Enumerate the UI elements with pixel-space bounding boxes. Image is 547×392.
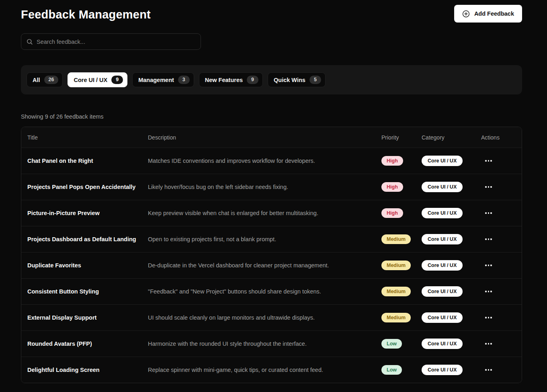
feedback-description: Replace spinner with mini-game, quick ti… (148, 367, 381, 373)
feedback-description: Likely hover/focus bug on the left sideb… (148, 184, 381, 190)
ellipsis-icon (485, 238, 487, 240)
feedback-description: Matches IDE conventions and improves wor… (148, 158, 381, 164)
priority-badge: High (381, 208, 403, 218)
filter-tab-count: 9 (247, 76, 258, 84)
page-header: Feedback Management Add Feedback (21, 5, 522, 23)
ellipsis-icon (485, 343, 487, 345)
row-actions-button[interactable] (483, 287, 494, 296)
table-body: Chat Panel on the Right Matches IDE conv… (21, 148, 522, 383)
filter-tab-core-ui-ux[interactable]: Core UI / UX 9 (68, 72, 127, 87)
feedback-title: Projects Panel Pops Open Accidentally (27, 184, 148, 190)
row-actions-button[interactable] (483, 314, 494, 322)
category-pill: Core UI / UX (422, 208, 463, 219)
search-icon (26, 38, 33, 45)
ellipsis-icon (485, 317, 487, 318)
filter-tab-label: Core UI / UX (74, 77, 107, 83)
row-actions-button[interactable] (483, 209, 494, 217)
feedback-description: Harmonize with the rounded UI style thro… (148, 341, 381, 347)
priority-badge: Medium (381, 261, 411, 271)
filter-tab-label: New Features (205, 77, 243, 83)
table-row: External Display Support UI should scale… (21, 304, 522, 330)
table-row: Rounded Avatars (PFP) Harmonize with the… (21, 330, 522, 357)
feedback-title: Delightful Loading Screen (27, 367, 148, 373)
feedback-management-page: Feedback Management Add Feedback All 26 (0, 0, 547, 392)
priority-badge: Low (381, 365, 402, 375)
filter-tab-count: 9 (111, 76, 123, 84)
row-actions-button[interactable] (483, 340, 494, 348)
ellipsis-icon (485, 160, 487, 162)
feedback-title: Chat Panel on the Right (27, 158, 148, 164)
row-actions-button[interactable] (483, 235, 494, 243)
filter-tab-management[interactable]: Management 3 (132, 72, 194, 87)
ellipsis-icon (485, 265, 487, 266)
filter-tab-quick-wins[interactable]: Quick Wins 5 (268, 72, 326, 87)
priority-badge: Low (381, 339, 402, 349)
row-actions-button[interactable] (483, 157, 494, 165)
table-row: Consistent Button Styling "Feedback" and… (21, 278, 522, 304)
ellipsis-icon (485, 212, 487, 214)
ellipsis-icon (485, 291, 487, 292)
filter-tab-count: 26 (44, 76, 59, 84)
page-title: Feedback Management (21, 5, 151, 21)
plus-circle-icon (462, 10, 470, 18)
category-pill: Core UI / UX (422, 286, 463, 297)
feedback-description: Keep preview visible when chat is enlarg… (148, 210, 381, 216)
table-row: Delightful Loading Screen Replace spinne… (21, 357, 522, 383)
table-row: Duplicate Favorites De-duplicate in the … (21, 252, 522, 278)
filter-tab-label: Management (138, 77, 174, 83)
feedback-title: Picture-in-Picture Preview (27, 210, 148, 216)
filter-tab-new-features[interactable]: New Features 9 (199, 72, 263, 87)
feedback-title: External Display Support (27, 314, 148, 321)
category-pill: Core UI / UX (422, 260, 463, 271)
add-feedback-button[interactable]: Add Feedback (454, 5, 522, 23)
category-pill: Core UI / UX (422, 339, 463, 349)
feedback-title: Rounded Avatars (PFP) (27, 341, 148, 347)
table-row: Chat Panel on the Right Matches IDE conv… (21, 148, 522, 174)
filter-tab-all[interactable]: All 26 (27, 72, 63, 87)
row-actions-button[interactable] (483, 366, 494, 374)
category-pill: Core UI / UX (422, 234, 463, 245)
table-row: Picture-in-Picture Preview Keep preview … (21, 200, 522, 226)
table-header-row: Title Description Priority Category Acti… (21, 127, 522, 148)
feedback-title: Duplicate Favorites (27, 262, 148, 269)
feedback-table: Title Description Priority Category Acti… (21, 127, 522, 383)
row-actions-button[interactable] (483, 183, 494, 191)
ellipsis-icon (485, 369, 487, 371)
feedback-title: Projects Dashboard as Default Landing (27, 236, 148, 242)
column-header-actions: Actions (481, 134, 516, 141)
filter-tab-label: All (33, 77, 40, 83)
filter-tab-count: 5 (309, 76, 321, 84)
search-box[interactable] (21, 33, 201, 50)
column-header-priority: Priority (381, 134, 422, 141)
priority-badge: High (381, 182, 403, 192)
priority-badge: Medium (381, 287, 411, 297)
row-actions-button[interactable] (483, 261, 494, 269)
table-row: Projects Dashboard as Default Landing Op… (21, 226, 522, 252)
category-pill: Core UI / UX (422, 312, 463, 323)
priority-badge: Medium (381, 313, 411, 323)
priority-badge: High (381, 156, 403, 166)
feedback-description: Open to existing projects first, not a b… (148, 236, 381, 242)
category-pill: Core UI / UX (422, 182, 463, 193)
category-pill: Core UI / UX (422, 156, 463, 166)
results-summary: Showing 9 of 26 feedback items (21, 113, 522, 120)
column-header-description: Description (148, 134, 381, 141)
ellipsis-icon (485, 186, 487, 188)
filter-tab-label: Quick Wins (274, 77, 305, 83)
feedback-description: UI should scale cleanly on large monitor… (148, 314, 381, 321)
column-header-title: Title (27, 134, 148, 141)
feedback-description: "Feedback" and "New Project" buttons sho… (148, 288, 381, 295)
filter-tab-count: 3 (178, 76, 190, 84)
feedback-description: De-duplicate in the Vercel dashboard for… (148, 262, 381, 269)
search-input[interactable] (37, 39, 196, 45)
column-header-category: Category (422, 134, 481, 141)
feedback-title: Consistent Button Styling (27, 288, 148, 295)
priority-badge: Medium (381, 234, 411, 244)
table-row: Projects Panel Pops Open Accidentally Li… (21, 174, 522, 200)
add-feedback-label: Add Feedback (474, 10, 514, 17)
filter-bar: All 26 Core UI / UX 9 Management 3 New F… (21, 65, 522, 94)
filter-tabs: All 26 Core UI / UX 9 Management 3 New F… (27, 72, 326, 87)
category-pill: Core UI / UX (422, 365, 463, 376)
